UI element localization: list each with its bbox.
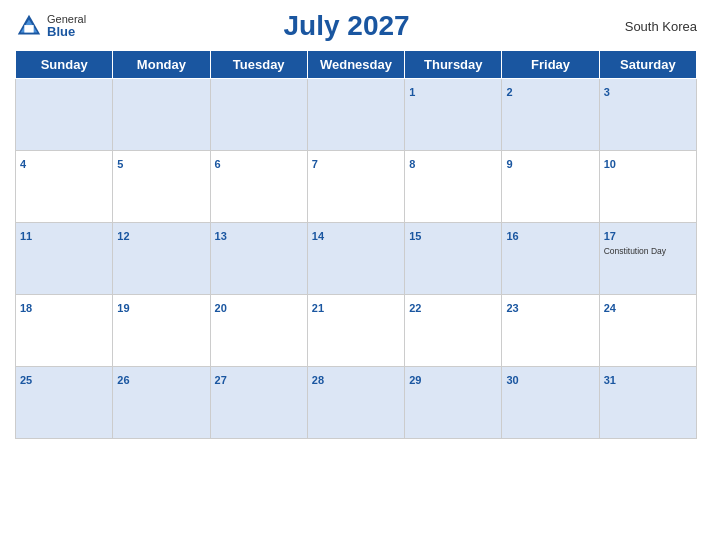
day-number: 10 — [604, 158, 616, 170]
day-number: 3 — [604, 86, 610, 98]
day-number: 6 — [215, 158, 221, 170]
day-cell-4-4: 29 — [405, 367, 502, 439]
calendar-page: General Blue July 2027 South Korea Sunda… — [0, 0, 712, 550]
day-number: 15 — [409, 230, 421, 242]
day-number: 21 — [312, 302, 324, 314]
day-cell-3-4: 22 — [405, 295, 502, 367]
day-cell-3-6: 24 — [599, 295, 696, 367]
day-cell-2-4: 15 — [405, 223, 502, 295]
day-cell-1-4: 8 — [405, 151, 502, 223]
logo-icon — [15, 12, 43, 40]
day-cell-4-0: 25 — [16, 367, 113, 439]
day-number: 26 — [117, 374, 129, 386]
day-cell-0-6: 3 — [599, 79, 696, 151]
col-thursday: Thursday — [405, 51, 502, 79]
day-cell-2-2: 13 — [210, 223, 307, 295]
day-number: 14 — [312, 230, 324, 242]
col-tuesday: Tuesday — [210, 51, 307, 79]
day-cell-4-2: 27 — [210, 367, 307, 439]
day-cell-4-3: 28 — [307, 367, 404, 439]
day-cell-3-5: 23 — [502, 295, 599, 367]
day-number: 12 — [117, 230, 129, 242]
logo-blue-text: Blue — [47, 25, 86, 38]
day-cell-0-2 — [210, 79, 307, 151]
col-friday: Friday — [502, 51, 599, 79]
day-cell-2-1: 12 — [113, 223, 210, 295]
logo-text: General Blue — [47, 14, 86, 38]
header: General Blue July 2027 South Korea — [15, 10, 697, 42]
day-cell-0-1 — [113, 79, 210, 151]
day-number: 9 — [506, 158, 512, 170]
day-number: 11 — [20, 230, 32, 242]
day-number: 31 — [604, 374, 616, 386]
day-cell-0-0 — [16, 79, 113, 151]
svg-rect-2 — [24, 25, 33, 32]
day-number: 18 — [20, 302, 32, 314]
day-number: 7 — [312, 158, 318, 170]
col-saturday: Saturday — [599, 51, 696, 79]
day-cell-0-4: 1 — [405, 79, 502, 151]
day-number: 27 — [215, 374, 227, 386]
day-number: 16 — [506, 230, 518, 242]
day-cell-1-2: 6 — [210, 151, 307, 223]
day-cell-1-3: 7 — [307, 151, 404, 223]
holiday-label: Constitution Day — [604, 246, 692, 256]
day-cell-3-2: 20 — [210, 295, 307, 367]
day-cell-1-5: 9 — [502, 151, 599, 223]
day-cell-1-1: 5 — [113, 151, 210, 223]
day-number: 8 — [409, 158, 415, 170]
week-row-5: 25262728293031 — [16, 367, 697, 439]
col-sunday: Sunday — [16, 51, 113, 79]
day-cell-3-0: 18 — [16, 295, 113, 367]
week-row-1: 123 — [16, 79, 697, 151]
day-number: 13 — [215, 230, 227, 242]
day-cell-3-1: 19 — [113, 295, 210, 367]
day-cell-1-0: 4 — [16, 151, 113, 223]
day-cell-2-6: 17Constitution Day — [599, 223, 696, 295]
country-label: South Korea — [607, 19, 697, 34]
calendar-table: Sunday Monday Tuesday Wednesday Thursday… — [15, 50, 697, 439]
calendar-title: July 2027 — [86, 10, 607, 42]
day-cell-4-6: 31 — [599, 367, 696, 439]
day-number: 4 — [20, 158, 26, 170]
day-number: 25 — [20, 374, 32, 386]
day-cell-4-1: 26 — [113, 367, 210, 439]
day-cell-2-3: 14 — [307, 223, 404, 295]
day-number: 19 — [117, 302, 129, 314]
day-number: 5 — [117, 158, 123, 170]
day-number: 23 — [506, 302, 518, 314]
col-monday: Monday — [113, 51, 210, 79]
day-number: 2 — [506, 86, 512, 98]
day-number: 17 — [604, 230, 616, 242]
day-number: 29 — [409, 374, 421, 386]
day-number: 24 — [604, 302, 616, 314]
week-row-3: 11121314151617Constitution Day — [16, 223, 697, 295]
week-row-4: 18192021222324 — [16, 295, 697, 367]
day-cell-1-6: 10 — [599, 151, 696, 223]
day-cell-0-5: 2 — [502, 79, 599, 151]
day-cell-2-5: 16 — [502, 223, 599, 295]
day-cell-4-5: 30 — [502, 367, 599, 439]
day-cell-2-0: 11 — [16, 223, 113, 295]
week-row-2: 45678910 — [16, 151, 697, 223]
logo-area: General Blue — [15, 12, 86, 40]
day-number: 20 — [215, 302, 227, 314]
col-wednesday: Wednesday — [307, 51, 404, 79]
day-number: 28 — [312, 374, 324, 386]
day-number: 22 — [409, 302, 421, 314]
day-cell-0-3 — [307, 79, 404, 151]
day-cell-3-3: 21 — [307, 295, 404, 367]
day-number: 1 — [409, 86, 415, 98]
days-header-row: Sunday Monday Tuesday Wednesday Thursday… — [16, 51, 697, 79]
day-number: 30 — [506, 374, 518, 386]
